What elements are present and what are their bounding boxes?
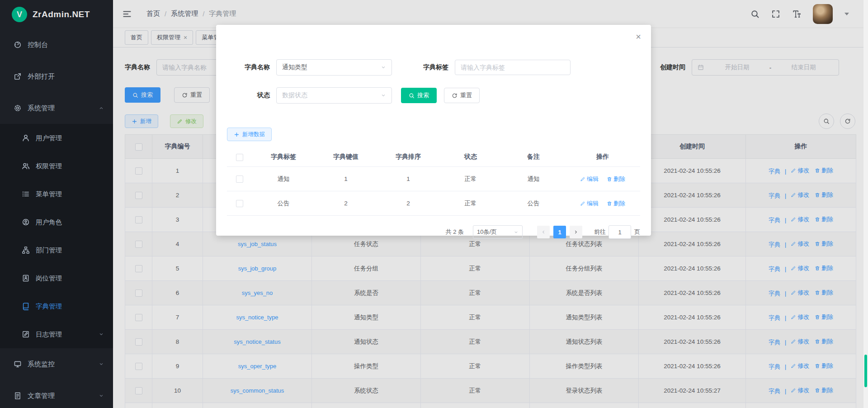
delete-link[interactable]: 删除 bbox=[607, 199, 625, 208]
status-select[interactable]: 数据状态 bbox=[276, 87, 392, 104]
cell-status: 正常 bbox=[439, 191, 502, 216]
chevron-down-icon bbox=[381, 93, 386, 98]
dict-label-label: 字典标签 bbox=[406, 63, 448, 71]
trash-icon bbox=[607, 176, 612, 182]
cell-dict-value: 1 bbox=[315, 167, 377, 191]
col-dict-sort: 字典排序 bbox=[377, 147, 439, 167]
chevron-right-icon bbox=[573, 229, 579, 235]
page-size-select[interactable]: 10条/页 bbox=[473, 225, 523, 239]
cell-dict-sort: 1 bbox=[377, 167, 439, 191]
dialog-search-button[interactable]: 搜索 bbox=[401, 88, 437, 103]
cell-dict-value: 2 bbox=[315, 191, 377, 216]
col-dict-value: 字典键值 bbox=[315, 147, 377, 167]
next-page-button[interactable] bbox=[570, 226, 582, 238]
dialog-filter-form: 字典名称 通知类型 字典标签 状态 数据状态 搜索 重置 bbox=[227, 25, 640, 104]
plus-icon bbox=[234, 132, 240, 138]
add-dict-data-button[interactable]: 新增数据 bbox=[227, 128, 272, 141]
select-all-checkbox[interactable] bbox=[236, 154, 243, 161]
table-row: 公告 2 2 正常 公告 编辑 删除 bbox=[227, 191, 640, 216]
row-checkbox[interactable] bbox=[236, 176, 243, 183]
dict-label-input[interactable] bbox=[455, 60, 571, 75]
cell-status: 正常 bbox=[439, 167, 502, 191]
page-unit-label: 页 bbox=[634, 228, 640, 236]
edit-icon bbox=[580, 201, 585, 206]
table-header-row: 字典标签 字典键值 字典排序 状态 备注 操作 bbox=[227, 147, 640, 167]
cell-ops: 编辑 删除 bbox=[565, 167, 640, 191]
app-window: V ZrAdmin.NET 控制台 外部打开 系统管理 bbox=[0, 0, 868, 408]
edit-link[interactable]: 编辑 bbox=[580, 175, 599, 183]
scrollbar-thumb[interactable] bbox=[864, 355, 867, 387]
search-icon bbox=[409, 93, 415, 99]
chevron-left-icon bbox=[541, 229, 546, 235]
col-dict-label: 字典标签 bbox=[252, 147, 315, 167]
col-remark: 备注 bbox=[502, 147, 565, 167]
delete-link[interactable]: 删除 bbox=[607, 175, 625, 183]
col-status: 状态 bbox=[439, 147, 502, 167]
dict-name-select[interactable]: 通知类型 bbox=[276, 59, 392, 76]
cell-dict-label: 通知 bbox=[252, 167, 315, 191]
vertical-scrollbar bbox=[863, 0, 868, 408]
cell-dict-label: 公告 bbox=[252, 191, 315, 216]
dict-name-label: 字典名称 bbox=[227, 63, 270, 71]
goto-label: 前往 bbox=[594, 228, 606, 236]
pagination: 共 2 条 10条/页 1 前往 页 bbox=[227, 225, 640, 239]
cell-remark: 通知 bbox=[502, 167, 565, 191]
edit-link[interactable]: 编辑 bbox=[580, 199, 599, 208]
prev-page-button[interactable] bbox=[537, 226, 550, 238]
status-label: 状态 bbox=[227, 91, 270, 100]
pagination-total: 共 2 条 bbox=[446, 228, 464, 236]
trash-icon bbox=[607, 201, 612, 206]
cell-ops: 编辑 删除 bbox=[565, 191, 640, 216]
dict-data-table: 字典标签 字典键值 字典排序 状态 备注 操作 通知 1 1 正常 bbox=[227, 147, 640, 216]
dict-data-dialog: × 字典名称 通知类型 字典标签 状态 数据状态 搜索 bbox=[216, 25, 651, 236]
edit-icon bbox=[580, 176, 585, 182]
cell-remark: 公告 bbox=[502, 191, 565, 216]
page-number-button[interactable]: 1 bbox=[553, 226, 566, 238]
refresh-icon bbox=[452, 93, 458, 99]
close-icon[interactable]: × bbox=[636, 32, 641, 41]
goto-page-input[interactable] bbox=[609, 225, 631, 239]
row-checkbox[interactable] bbox=[236, 200, 243, 207]
chevron-down-icon bbox=[514, 230, 519, 235]
chevron-down-icon bbox=[381, 65, 386, 70]
col-ops: 操作 bbox=[565, 147, 640, 167]
cell-dict-sort: 2 bbox=[377, 191, 439, 216]
dialog-reset-button[interactable]: 重置 bbox=[444, 88, 480, 103]
table-row: 通知 1 1 正常 通知 编辑 删除 bbox=[227, 167, 640, 191]
